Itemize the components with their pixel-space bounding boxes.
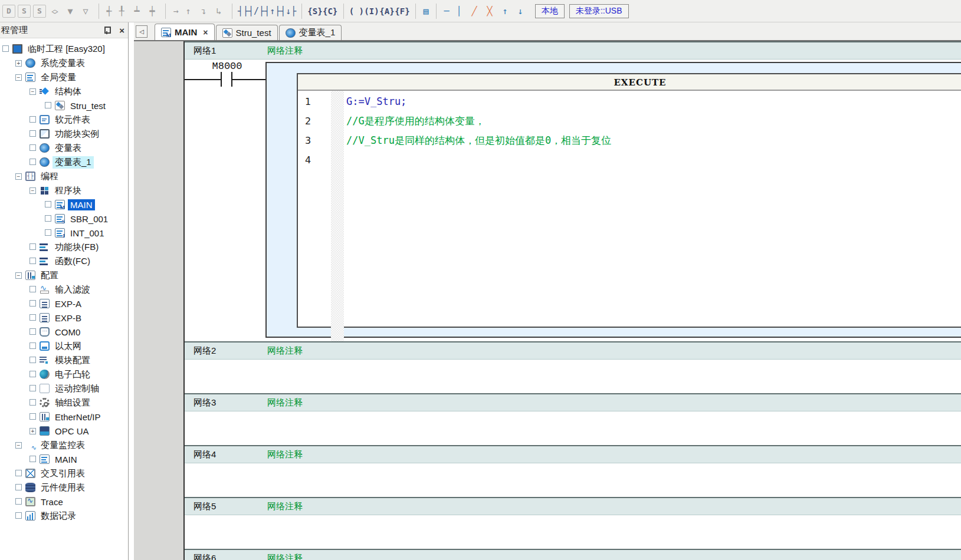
expander-icon[interactable] [45, 201, 55, 208]
contact-open-icon[interactable]: ┤├ [232, 4, 248, 19]
draw-vline-icon[interactable]: │ [451, 4, 467, 19]
tab-close-icon[interactable]: × [203, 28, 208, 37]
instruction-list-icon[interactable]: ▤ [415, 4, 431, 19]
coil-out-icon[interactable]: ( ) [343, 4, 364, 19]
network-body[interactable] [185, 463, 961, 497]
coil-f-icon[interactable]: {F} [395, 4, 410, 19]
code-line[interactable]: 2 //G是程序使用的结构体变量， [298, 111, 961, 131]
tree-item[interactable]: Trace [0, 495, 128, 509]
tree-item[interactable]: 轴组设置 [0, 396, 128, 410]
tree-item[interactable]: 临时工程 [Easy320] [0, 42, 128, 56]
contact-c-icon[interactable]: {C} [323, 4, 338, 19]
tree-item[interactable]: MAIN [0, 452, 128, 466]
expander-icon[interactable]: − [15, 74, 25, 81]
close-icon[interactable]: × [119, 26, 124, 35]
tree-item[interactable]: 软元件表 [0, 113, 128, 127]
tree-item[interactable]: + 系统变量表 [0, 56, 128, 70]
tree-item[interactable]: 电子凸轮 [0, 367, 128, 381]
contact-s-icon[interactable]: {S} [301, 4, 322, 19]
expander-icon[interactable] [29, 159, 40, 166]
structured-text-box[interactable]: EXECUTE 1 G:=V_Stru; [297, 73, 961, 328]
tree-item[interactable]: 元件使用表 [0, 480, 128, 495]
tab-scroll-left-icon[interactable]: ◁ [136, 25, 147, 38]
expander-icon[interactable] [29, 413, 40, 420]
contact-falling-icon[interactable]: ┤↓├ [280, 4, 296, 19]
expander-icon[interactable] [29, 144, 40, 151]
expander-icon[interactable]: − [29, 187, 40, 194]
network-header[interactable]: 网络3 网络注释 [185, 393, 961, 411]
expander-icon[interactable]: + [29, 428, 40, 434]
network-comment[interactable]: 网络注释 [267, 345, 303, 357]
arrow-up-icon[interactable]: ↑ [181, 4, 196, 19]
tree-item[interactable]: + OPC UA [0, 424, 128, 438]
coil-set-icon[interactable]: S [18, 5, 31, 18]
merge-rung-icon[interactable]: ┿ [145, 4, 160, 19]
network-body[interactable] [185, 360, 961, 393]
tree-item[interactable]: 功能块(FB) [0, 240, 128, 254]
tree-item[interactable]: − 结构体 [0, 84, 128, 98]
tree-item[interactable]: 变量表_1 [0, 155, 128, 169]
tree-item[interactable]: EtherNet/IP [0, 410, 128, 424]
network-header[interactable]: 网络5 网络注释 [185, 497, 961, 515]
delete-rung-icon[interactable]: ┷ [129, 4, 145, 19]
coil-inv-icon[interactable]: (I) [364, 4, 379, 19]
expander-icon[interactable] [29, 258, 40, 265]
network-comment[interactable]: 网络注释 [267, 501, 303, 512]
expander-icon[interactable] [29, 314, 40, 321]
expander-icon[interactable] [29, 243, 40, 251]
network-header[interactable]: 网络2 网络注释 [185, 341, 961, 360]
line-text[interactable]: G:=V_Stru; [346, 92, 406, 111]
tree-item[interactable]: − 编程 [0, 169, 128, 183]
tree-item[interactable]: − 全局变量 [0, 70, 128, 84]
coil-a-icon[interactable]: {A} [379, 4, 395, 19]
tree-item[interactable]: 函数(FC) [0, 254, 128, 268]
tree-item[interactable]: 模块配置 [0, 353, 128, 367]
expander-icon[interactable] [29, 385, 40, 392]
document-tab[interactable]: M MAIN × [155, 24, 215, 40]
connection-button[interactable]: 本地 [535, 4, 565, 18]
network-comment[interactable]: 网络注释 [267, 553, 303, 560]
branch-down-icon[interactable]: ↳ [211, 4, 227, 19]
tree-item[interactable]: I INT_001 [0, 226, 128, 240]
pin-icon[interactable] [103, 26, 111, 34]
expander-icon[interactable] [29, 286, 40, 293]
tree-item[interactable]: EXP-A [0, 297, 128, 311]
arrow-down-filled-icon[interactable]: ▼ [63, 4, 78, 19]
tree-item[interactable]: M MAIN [0, 197, 128, 212]
network1-body[interactable]: M8000 EXECUTE [185, 60, 961, 341]
tree-item[interactable]: 变量表 [0, 141, 128, 155]
expander-icon[interactable] [15, 484, 25, 491]
document-tab[interactable]: 变量表_1 [279, 25, 342, 40]
tree-item[interactable]: S SBR_001 [0, 212, 128, 226]
tree-item[interactable]: COM0 [0, 325, 128, 339]
delete-hline-icon[interactable]: ╱ [467, 4, 482, 19]
delete-vline-icon[interactable]: ╳ [482, 4, 497, 19]
expander-icon[interactable] [29, 342, 40, 350]
contact-closed-icon[interactable]: ┤/├ [248, 4, 264, 19]
expander-icon[interactable] [29, 399, 40, 406]
expander-icon[interactable] [15, 512, 25, 519]
network-header[interactable]: 网络6 网络注释 [185, 549, 961, 560]
network-body[interactable] [185, 515, 961, 549]
tree-item[interactable]: Stru_test [0, 98, 128, 113]
coil-reset-icon[interactable]: S [33, 5, 46, 18]
network1-comment[interactable]: 网络注释 [267, 45, 303, 57]
expander-icon[interactable] [15, 498, 25, 505]
code-line[interactable]: 3 //V_Stru是同样的结构体，但是初始值都是0，相当于复位 [298, 131, 961, 150]
tree-item[interactable]: 输入滤波 [0, 282, 128, 297]
network-comment[interactable]: 网络注释 [267, 449, 303, 460]
tree-item[interactable]: 交叉引用表 [0, 466, 128, 480]
expander-icon[interactable] [29, 130, 40, 137]
expander-icon[interactable] [45, 215, 55, 222]
line-text[interactable]: //V_Stru是同样的结构体，但是初始值都是0，相当于复位 [346, 131, 611, 150]
expander-icon[interactable] [29, 328, 40, 335]
document-tab[interactable]: Stru_test [216, 25, 278, 40]
code-line[interactable]: 1 G:=V_Stru; [298, 92, 961, 111]
arrow-right-icon[interactable]: → [165, 4, 181, 19]
append-rung-icon[interactable]: ╀ [114, 4, 129, 19]
tree-item[interactable]: 以太网 [0, 339, 128, 353]
expander-icon[interactable]: − [15, 442, 25, 449]
arrow-down-hollow-icon[interactable]: ▽ [78, 4, 93, 19]
expander-icon[interactable] [15, 470, 25, 477]
expander-icon[interactable]: − [15, 173, 25, 180]
